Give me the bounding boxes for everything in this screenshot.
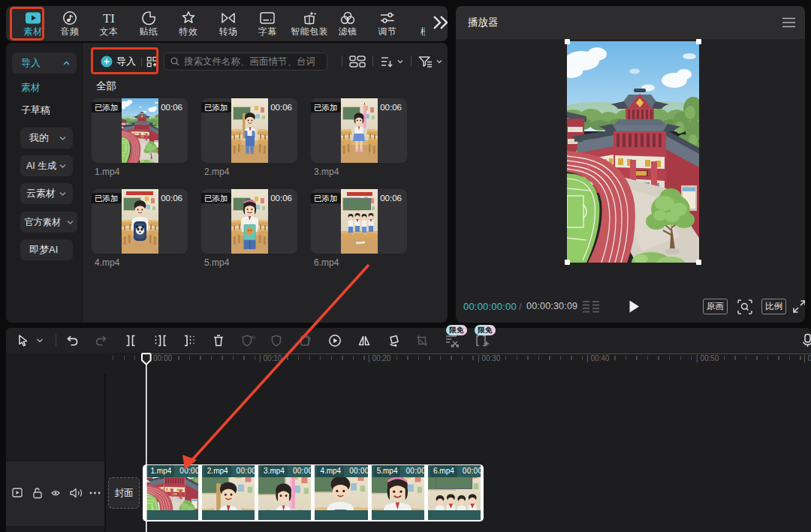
svg-text:TI: TI xyxy=(103,11,115,26)
svg-text:AI: AI xyxy=(251,335,255,340)
